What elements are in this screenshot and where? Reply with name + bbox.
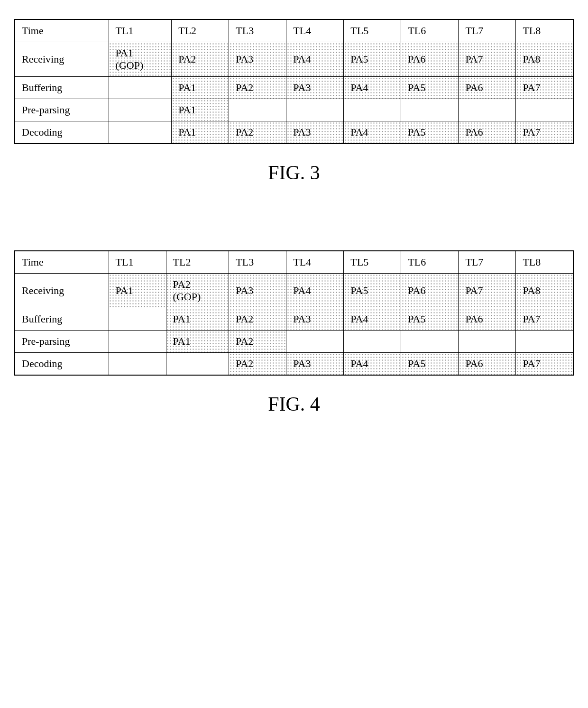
header-cell: TL5 xyxy=(344,19,401,42)
row-label: Buffering xyxy=(15,77,109,99)
data-cell: PA1 xyxy=(172,121,229,144)
data-cell xyxy=(516,331,573,353)
header-cell: TL7 xyxy=(459,251,516,274)
data-cell: PA5 xyxy=(401,308,459,331)
data-cell: PA2 xyxy=(172,42,229,77)
header-cell: TL5 xyxy=(344,251,401,274)
table-row: DecodingPA1PA2PA3PA4PA5PA6PA7 xyxy=(15,121,573,144)
header-cell: Time xyxy=(15,251,109,274)
data-cell: PA2(GOP) xyxy=(166,274,229,308)
table-row: ReceivingPA1PA2(GOP)PA3PA4PA5PA6PA7PA8 xyxy=(15,274,573,308)
header-cell: TL6 xyxy=(401,251,459,274)
header-cell: TL7 xyxy=(459,19,516,42)
data-cell: PA2 xyxy=(229,77,286,99)
table-row: DecodingPA2PA3PA4PA5PA6PA7 xyxy=(15,353,573,376)
data-cell: PA6 xyxy=(459,121,516,144)
header-cell: TL1 xyxy=(109,251,166,274)
data-cell: PA2 xyxy=(229,121,286,144)
data-cell xyxy=(459,99,516,121)
fig4-table: TimeTL1TL2TL3TL4TL5TL6TL7TL8 ReceivingPA… xyxy=(14,250,574,376)
data-cell: PA1 xyxy=(166,308,229,331)
data-cell: PA5 xyxy=(401,121,459,144)
data-cell xyxy=(459,331,516,353)
data-cell xyxy=(229,99,286,121)
data-cell xyxy=(344,99,401,121)
table-row: ReceivingPA1(GOP)PA2PA3PA4PA5PA6PA7PA8 xyxy=(15,42,573,77)
data-cell: PA7 xyxy=(516,308,573,331)
data-cell: PA7 xyxy=(516,353,573,376)
data-cell: PA3 xyxy=(286,353,344,376)
data-cell: PA4 xyxy=(286,274,344,308)
header-cell: TL1 xyxy=(109,19,172,42)
data-cell: PA6 xyxy=(459,308,516,331)
row-label: Pre-parsing xyxy=(15,331,109,353)
data-cell: PA1 xyxy=(109,274,166,308)
data-cell xyxy=(516,99,573,121)
data-cell xyxy=(344,331,401,353)
data-cell xyxy=(109,121,172,144)
data-cell: PA6 xyxy=(401,42,459,77)
data-cell: PA4 xyxy=(286,42,344,77)
header-cell: TL4 xyxy=(286,251,344,274)
data-cell: PA2 xyxy=(229,331,286,353)
data-cell xyxy=(166,353,229,376)
data-cell: PA7 xyxy=(459,42,516,77)
row-label: Decoding xyxy=(15,353,109,376)
data-cell: PA5 xyxy=(344,42,401,77)
data-cell: PA2 xyxy=(229,353,286,376)
data-cell: PA4 xyxy=(344,121,401,144)
row-label: Receiving xyxy=(15,42,109,77)
fig4-container: TimeTL1TL2TL3TL4TL5TL6TL7TL8 ReceivingPA… xyxy=(14,250,574,415)
data-cell: PA3 xyxy=(229,274,286,308)
header-cell: TL2 xyxy=(166,251,229,274)
data-cell: PA3 xyxy=(286,121,344,144)
header-cell: Time xyxy=(15,19,109,42)
data-cell: PA6 xyxy=(459,77,516,99)
data-cell: PA7 xyxy=(516,121,573,144)
data-cell: PA4 xyxy=(344,308,401,331)
data-cell xyxy=(286,331,344,353)
data-cell: PA1(GOP) xyxy=(109,42,172,77)
row-label: Receiving xyxy=(15,274,109,308)
data-cell: PA1 xyxy=(166,331,229,353)
data-cell: PA8 xyxy=(516,274,573,308)
data-cell: PA5 xyxy=(344,274,401,308)
header-cell: TL3 xyxy=(229,251,286,274)
fig4-caption: FIG. 4 xyxy=(14,393,574,415)
row-label: Pre-parsing xyxy=(15,99,109,121)
data-cell: PA5 xyxy=(401,77,459,99)
table-row: Pre-parsingPA1PA2 xyxy=(15,331,573,353)
header-cell: TL6 xyxy=(401,19,459,42)
data-cell xyxy=(109,308,166,331)
data-cell xyxy=(286,99,344,121)
row-label: Decoding xyxy=(15,121,109,144)
table-row: BufferingPA1PA2PA3PA4PA5PA6PA7 xyxy=(15,308,573,331)
data-cell: PA8 xyxy=(516,42,573,77)
data-cell: PA2 xyxy=(229,308,286,331)
data-cell xyxy=(401,331,459,353)
data-cell xyxy=(109,77,172,99)
fig3-container: TimeTL1TL2TL3TL4TL5TL6TL7TL8 ReceivingPA… xyxy=(14,19,574,184)
data-cell: PA7 xyxy=(516,77,573,99)
table-row: Pre-parsingPA1 xyxy=(15,99,573,121)
data-cell: PA3 xyxy=(229,42,286,77)
row-label: Buffering xyxy=(15,308,109,331)
data-cell: PA4 xyxy=(344,353,401,376)
header-cell: TL3 xyxy=(229,19,286,42)
data-cell: PA1 xyxy=(172,99,229,121)
header-cell: TL8 xyxy=(516,251,573,274)
header-cell: TL2 xyxy=(172,19,229,42)
data-cell xyxy=(109,99,172,121)
data-cell xyxy=(109,353,166,376)
data-cell xyxy=(109,331,166,353)
fig3-table: TimeTL1TL2TL3TL4TL5TL6TL7TL8 ReceivingPA… xyxy=(14,19,574,144)
data-cell xyxy=(401,99,459,121)
data-cell: PA7 xyxy=(459,274,516,308)
data-cell: PA6 xyxy=(459,353,516,376)
header-cell: TL8 xyxy=(516,19,573,42)
data-cell: PA4 xyxy=(344,77,401,99)
table-row: BufferingPA1PA2PA3PA4PA5PA6PA7 xyxy=(15,77,573,99)
data-cell: PA3 xyxy=(286,308,344,331)
header-cell: TL4 xyxy=(286,19,344,42)
data-cell: PA5 xyxy=(401,353,459,376)
